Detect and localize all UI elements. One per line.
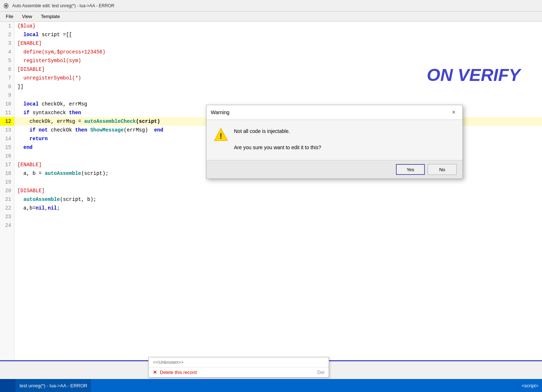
dialog-title-bar: Warning × [206,105,462,120]
window-title: Auto Assemble edit: test unreg(*) - lua-… [12,3,114,8]
dialog-title: Warning [211,109,230,115]
main-area: 1 2 3 4 5 6 7 8 9 10 11 12 13 14 15 16 1… [0,22,542,392]
dialog-close-button[interactable]: × [449,108,458,117]
editor-container[interactable]: 1 2 3 4 5 6 7 8 9 10 11 12 13 14 15 16 1… [0,22,542,360]
warning-icon: ! [214,127,228,142]
context-menu: <<Unknown>> ✕ Delete this record Del [148,357,329,378]
editor-region: 1 2 3 4 5 6 7 8 9 10 11 12 13 14 15 16 1… [0,22,542,379]
status-indicator [0,379,16,392]
delete-icon: ✕ [153,370,157,375]
context-menu-delete-shortcut: Del [317,370,324,375]
app-icon [3,3,9,9]
context-menu-delete-text: ✕ Delete this record [153,370,197,375]
dialog-line1: Not all code is injectable. [234,127,321,135]
dialog-overlay: Warning × ! Not all code is injectable. [0,22,542,360]
dialog-no-button[interactable]: No [428,164,457,175]
menu-file[interactable]: File [1,12,18,21]
dialog-message-row: ! Not all code is injectable. Are you su… [214,127,455,151]
context-menu-unknown[interactable]: <<Unknown>> [149,357,329,367]
context-menu-unknown-text: <<Unknown>> [153,359,184,365]
dialog-body: ! Not all code is injectable. Are you su… [206,120,462,160]
warning-dialog: Warning × ! Not all code is injectable. [206,105,463,179]
menu-view[interactable]: View [18,12,37,21]
status-tab-title[interactable]: test unreg(*) - lua->AA - ERROR [16,379,91,392]
menu-template[interactable]: Template [37,12,64,21]
svg-point-0 [5,5,7,7]
menu-bar: File View Template [0,12,542,22]
context-menu-delete[interactable]: ✕ Delete this record Del [149,367,329,377]
dialog-text: Not all code is injectable. Are you sure… [234,127,321,151]
title-bar: Auto Assemble edit: test unreg(*) - lua-… [0,0,542,12]
dialog-yes-button[interactable]: Yes [396,164,425,175]
status-bar: test unreg(*) - lua->AA - ERROR <script> [0,379,542,392]
dialog-footer: Yes No [206,160,462,178]
dialog-line2: Are you sure you want to edit it to this… [234,143,321,151]
status-right-item: <script> [518,379,542,392]
svg-text:!: ! [219,132,222,141]
